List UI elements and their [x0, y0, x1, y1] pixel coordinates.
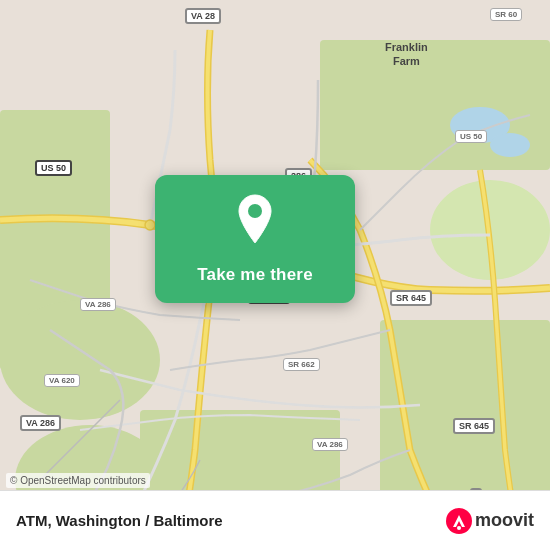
svg-point-9: [145, 220, 155, 230]
svg-point-13: [457, 526, 461, 530]
location-title: ATM, Washington / Baltimore: [16, 512, 223, 529]
take-me-there-button[interactable]: Take me there: [177, 255, 333, 303]
popup-card: Take me there: [155, 175, 355, 303]
map-container: VA 28 SR 60 US 50 286 US 50 SR 657 VA 28…: [0, 0, 550, 550]
moovit-icon: [445, 507, 473, 535]
bottom-bar: ATM, Washington / Baltimore moovit: [0, 490, 550, 550]
road-badge-va286mid: SR 645: [390, 290, 432, 306]
road-badge-sr60: SR 60: [490, 8, 522, 21]
map-copyright: © OpenStreetMap contributors: [6, 473, 150, 488]
road-badge-sr608: US 50: [455, 130, 487, 143]
road-badge-sr662: VA 620: [44, 374, 80, 387]
svg-point-11: [248, 204, 262, 218]
road-badge-va28: VA 28: [185, 8, 221, 24]
popup-pin: [233, 193, 277, 249]
moovit-text: moovit: [475, 510, 534, 531]
road-badge-va620: VA 286: [20, 415, 61, 431]
svg-point-1: [0, 300, 160, 420]
road-badge-sr645top: SR 662: [283, 358, 320, 371]
road-badge-sr645bot: VA 286: [312, 438, 348, 451]
moovit-logo: moovit: [445, 507, 534, 535]
road-badge-us50left: US 50: [35, 160, 72, 176]
svg-point-8: [490, 133, 530, 157]
place-label-franklin-farm: FranklinFarm: [385, 40, 428, 69]
road-badge-sr657: VA 286: [80, 298, 116, 311]
road-badge-va286bot: SR 645: [453, 418, 495, 434]
